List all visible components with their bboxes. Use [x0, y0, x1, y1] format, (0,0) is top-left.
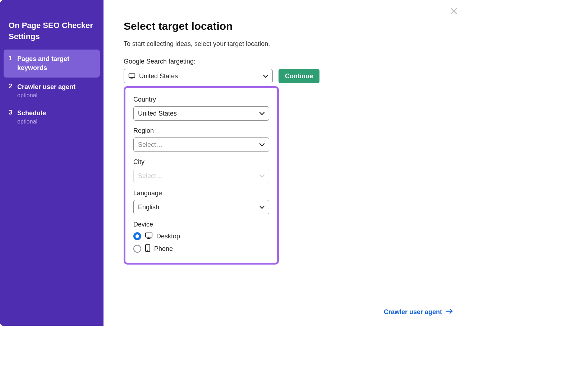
country-select[interactable]: United States: [133, 106, 269, 121]
radio-unselected-icon: [133, 245, 141, 253]
city-label: City: [133, 158, 269, 166]
step-label: Schedule: [17, 109, 46, 118]
desktop-icon: [145, 232, 153, 241]
sidebar-step-pages-keywords[interactable]: 1 Pages and target keywords: [4, 50, 100, 78]
step-label: Crawler user agent: [17, 83, 75, 92]
app-root: On Page SEO Checker Settings 1 Pages and…: [0, 0, 467, 326]
desktop-icon: [128, 73, 135, 79]
page-subtitle: To start collecting ideas, select your t…: [124, 40, 447, 48]
sidebar-step-schedule[interactable]: 3 Schedule optional: [0, 104, 104, 130]
chevron-down-icon: [263, 73, 268, 80]
phone-icon: [145, 244, 151, 253]
targeting-label: Google Search targeting:: [124, 58, 447, 65]
page-title: Select target location: [124, 20, 447, 32]
step-sublabel: optional: [17, 118, 46, 125]
device-phone-label: Phone: [154, 245, 173, 253]
step-label: Pages and target keywords: [17, 55, 95, 73]
device-option-desktop[interactable]: Desktop: [133, 232, 269, 241]
targeting-row: United States Continue: [124, 69, 447, 83]
chevron-down-icon: [259, 141, 264, 149]
language-label: Language: [133, 190, 269, 197]
language-select[interactable]: English: [133, 200, 269, 214]
svg-rect-0: [129, 74, 135, 78]
close-button[interactable]: [449, 6, 459, 17]
region-label: Region: [133, 127, 269, 135]
country-label: Country: [133, 96, 269, 103]
location-details-panel: Country United States Region Select…: [124, 86, 279, 265]
arrow-right-icon: [446, 308, 453, 316]
device-option-phone[interactable]: Phone: [133, 244, 269, 253]
radio-selected-icon: [133, 232, 141, 240]
targeting-value: United States: [139, 73, 178, 80]
region-select[interactable]: Select…: [133, 137, 269, 152]
svg-point-3: [147, 250, 148, 251]
region-placeholder: Select…: [138, 141, 162, 149]
chevron-down-icon: [259, 204, 264, 211]
svg-rect-1: [146, 233, 152, 237]
sidebar: On Page SEO Checker Settings 1 Pages and…: [0, 0, 104, 326]
chevron-down-icon: [259, 172, 264, 180]
city-placeholder: Select…: [138, 172, 162, 180]
step-sublabel: optional: [17, 92, 75, 99]
targeting-select[interactable]: United States: [124, 69, 273, 83]
continue-button[interactable]: Continue: [279, 69, 319, 83]
language-value: English: [138, 204, 159, 211]
step-number: 3: [9, 109, 17, 116]
sidebar-step-crawler-user-agent[interactable]: 2 Crawler user agent optional: [0, 78, 104, 104]
footer-link-label: Crawler user agent: [384, 308, 442, 316]
city-select: Select…: [133, 169, 269, 183]
device-desktop-label: Desktop: [156, 233, 180, 240]
step-number: 1: [9, 55, 17, 62]
step-number: 2: [9, 83, 17, 90]
country-value: United States: [138, 110, 177, 117]
sidebar-title: On Page SEO Checker Settings: [0, 9, 104, 50]
device-label: Device: [133, 221, 269, 228]
close-icon: [449, 11, 459, 17]
main-panel: Select target location To start collecti…: [104, 0, 467, 326]
crawler-user-agent-link[interactable]: Crawler user agent: [384, 308, 453, 316]
chevron-down-icon: [259, 110, 264, 117]
